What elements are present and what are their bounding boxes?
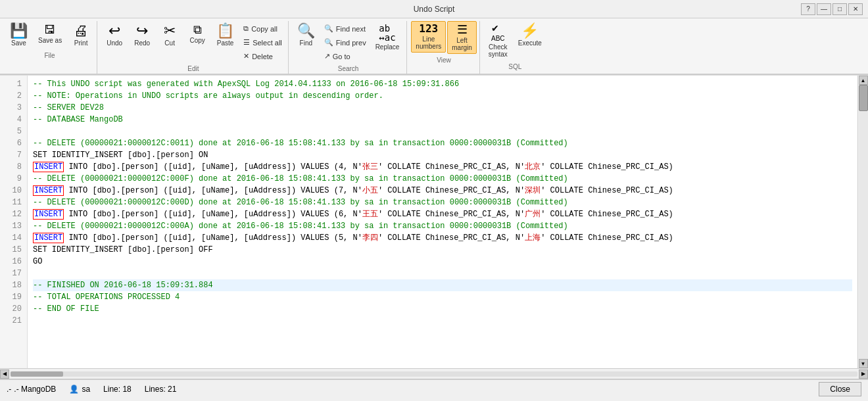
line-num: 5 bbox=[5, 126, 22, 137]
code-editor[interactable]: -- This UNDO script was generated with A… bbox=[28, 76, 857, 368]
total-lines: Lines: 21 bbox=[145, 385, 177, 394]
title-bar: Undo Script ? — □ ✕ bbox=[0, 0, 868, 18]
window-controls: ? — □ ✕ bbox=[801, 3, 863, 15]
paste-button[interactable]: 📋 Paste bbox=[212, 21, 239, 49]
print-button[interactable]: 🖨 Print bbox=[68, 21, 94, 49]
find-next-button[interactable]: 🔍 Find next bbox=[321, 22, 370, 35]
line-num: 12 bbox=[5, 208, 22, 220]
db-name: .- MangoDB bbox=[14, 385, 56, 394]
paste-icon: 📋 bbox=[216, 24, 234, 38]
find-next-icon: 🔍 bbox=[324, 24, 333, 33]
code-line-6: -- DELETE (00000021:0000012C:0011) done … bbox=[33, 137, 852, 149]
code-line-11: -- DELETE (00000021:0000012C:000D) done … bbox=[33, 197, 852, 208]
save-button[interactable]: 💾 Save bbox=[5, 21, 32, 49]
go-to-icon: ↗ bbox=[324, 52, 330, 60]
scroll-down-button[interactable]: ▼ bbox=[859, 359, 868, 368]
scroll-thumb[interactable] bbox=[859, 85, 868, 111]
copy-icon: ⧉ bbox=[193, 24, 202, 35]
line-num: 13 bbox=[5, 220, 22, 232]
line-numbers-icon: 123 bbox=[419, 24, 438, 34]
line-num: 15 bbox=[5, 244, 22, 256]
close-button[interactable]: Close bbox=[819, 382, 861, 396]
left-margin-button[interactable]: ☰ Leftmargin bbox=[447, 21, 477, 54]
find-prev-button[interactable]: 🔍 Find prev bbox=[321, 36, 370, 49]
line-num: 9 bbox=[5, 173, 22, 185]
replace-button[interactable]: ab↔ac Replace bbox=[371, 21, 404, 53]
delete-icon: ✕ bbox=[243, 52, 249, 60]
user-name: sa bbox=[82, 385, 90, 394]
line-numbers-panel: 1 2 3 4 5 6 7 8 9 10 11 12 13 14 15 16 1… bbox=[0, 76, 28, 368]
line-num: 14 bbox=[5, 232, 22, 244]
print-icon: 🖨 bbox=[74, 24, 88, 38]
find-prev-icon: 🔍 bbox=[324, 38, 333, 47]
scroll-left-button[interactable]: ◀ bbox=[0, 369, 9, 379]
code-line-14: INSERT INTO [dbo].[person] ([uid], [uNam… bbox=[33, 232, 852, 244]
line-num: 4 bbox=[5, 114, 22, 126]
code-line-20: -- END OF FILE bbox=[33, 303, 852, 315]
execute-icon: ⚡ bbox=[521, 24, 539, 38]
scroll-track bbox=[859, 85, 868, 359]
db-status: .- .- MangoDB bbox=[7, 385, 56, 394]
scroll-right-button[interactable]: ▶ bbox=[859, 369, 868, 379]
line-num: 21 bbox=[5, 315, 22, 327]
save-as-icon: 🖫 bbox=[44, 24, 56, 35]
toolbar: 💾 Save 🖫 Save as 🖨 Print File ↩ Undo ↪ R… bbox=[0, 18, 868, 75]
undo-button[interactable]: ↩ Undo bbox=[101, 21, 128, 49]
save-icon: 💾 bbox=[10, 24, 28, 38]
delete-button[interactable]: ✕ Delete bbox=[240, 50, 285, 62]
file-group-label: File bbox=[5, 51, 94, 59]
line-numbers-button[interactable]: 123 Linenumbers bbox=[411, 21, 446, 53]
db-icon: .- bbox=[7, 385, 11, 394]
find-button[interactable]: 🔍 Find bbox=[293, 21, 320, 49]
line-num: 11 bbox=[5, 197, 22, 208]
code-line-7: SET IDENTITY_INSERT [dbo].[person] ON bbox=[33, 149, 852, 161]
code-line-18: -- FINISHED ON 2016-06-18 15:09:31.884 bbox=[33, 279, 852, 291]
check-syntax-icon: ✔ABC bbox=[491, 24, 505, 42]
line-num: 7 bbox=[5, 149, 22, 161]
code-line-3: -- SERVER DEV28 bbox=[33, 102, 852, 114]
scroll-up-button[interactable]: ▲ bbox=[859, 76, 868, 85]
maximize-button[interactable]: □ bbox=[832, 3, 847, 15]
minimize-button[interactable]: — bbox=[817, 3, 831, 15]
line-num: 8 bbox=[5, 161, 22, 173]
code-line-17 bbox=[33, 268, 852, 279]
select-all-icon: ☰ bbox=[243, 38, 250, 47]
code-line-16: GO bbox=[33, 256, 852, 268]
lines-total-status: Lines: 21 bbox=[145, 385, 177, 394]
check-syntax-button[interactable]: ✔ABC Checksyntax bbox=[484, 21, 512, 60]
window-title: Undo Script bbox=[414, 5, 455, 14]
code-line-5 bbox=[33, 126, 852, 137]
line-status: Line: 18 bbox=[103, 385, 132, 394]
line-num: 10 bbox=[5, 185, 22, 197]
help-button[interactable]: ? bbox=[801, 3, 815, 15]
copy-button[interactable]: ⧉ Copy bbox=[184, 21, 210, 47]
line-num: 6 bbox=[5, 137, 22, 149]
line-num: 17 bbox=[5, 268, 22, 279]
h-scroll-thumb[interactable] bbox=[11, 371, 63, 377]
line-num: 19 bbox=[5, 291, 22, 303]
cut-button[interactable]: ✂ Cut bbox=[157, 21, 183, 49]
left-margin-icon: ☰ bbox=[457, 24, 468, 35]
line-num: 20 bbox=[5, 303, 22, 315]
code-line-21 bbox=[33, 315, 852, 327]
select-all-button[interactable]: ☰ Select all bbox=[240, 36, 285, 49]
go-to-button[interactable]: ↗ Go to bbox=[321, 50, 370, 62]
line-num: 1 bbox=[5, 78, 22, 90]
execute-button[interactable]: ⚡ Execute bbox=[514, 21, 546, 49]
replace-icon: ab↔ac bbox=[379, 24, 395, 42]
horizontal-scrollbar[interactable]: ◀ ▶ bbox=[0, 368, 868, 379]
code-line-4: -- DATABASE MangoDB bbox=[33, 114, 852, 126]
code-line-15: SET IDENTITY_INSERT [dbo].[person] OFF bbox=[33, 244, 852, 256]
code-line-19: -- TOTAL OPERATIONS PROCESSED 4 bbox=[33, 291, 852, 303]
find-icon: 🔍 bbox=[297, 24, 315, 38]
save-as-button[interactable]: 🖫 Save as bbox=[34, 21, 66, 47]
cut-icon: ✂ bbox=[164, 24, 176, 38]
redo-button[interactable]: ↪ Redo bbox=[129, 21, 155, 49]
vertical-scrollbar[interactable]: ▲ ▼ bbox=[857, 76, 868, 368]
user-status: 👤 sa bbox=[69, 385, 90, 394]
copy-all-button[interactable]: ⧉ Copy all bbox=[240, 22, 285, 35]
code-line-2: -- NOTE: Operations in UNDO scripts are … bbox=[33, 90, 852, 102]
close-window-button[interactable]: ✕ bbox=[848, 3, 863, 15]
edit-group-label: Edit bbox=[101, 64, 285, 72]
view-group-label: View bbox=[411, 55, 476, 64]
